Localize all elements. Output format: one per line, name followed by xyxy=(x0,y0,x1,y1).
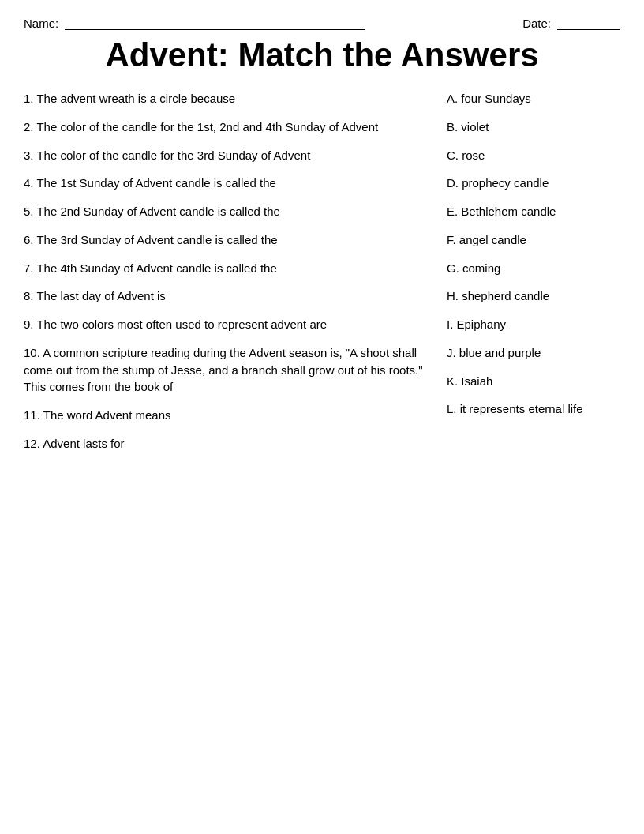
answer-item: D. prophecy candle xyxy=(447,175,620,192)
answer-item: H. shepherd candle xyxy=(447,287,620,305)
question-item: 9. The two colors most often used to rep… xyxy=(24,316,431,333)
question-item: 8. The last day of Advent is xyxy=(24,287,431,305)
date-label: Date: xyxy=(522,17,551,30)
name-input-line xyxy=(65,16,365,30)
answer-item: L. it represents eternal life xyxy=(447,400,620,418)
question-item: 2. The color of the candle for the 1st, … xyxy=(24,118,431,136)
question-item: 6. The 3rd Sunday of Advent candle is ca… xyxy=(24,231,431,249)
question-item: 5. The 2nd Sunday of Advent candle is ca… xyxy=(24,203,431,220)
answer-item: K. Isaiah xyxy=(447,373,620,390)
answer-item: E. Bethlehem candle xyxy=(447,203,620,220)
answer-item: F. angel candle xyxy=(447,231,620,249)
date-input-line xyxy=(557,16,620,30)
question-item: 10. A common scripture reading during th… xyxy=(24,344,431,396)
questions-column: 1. The advent wreath is a circle because… xyxy=(24,90,447,464)
answer-item: B. violet xyxy=(447,118,620,136)
answer-item: A. four Sundays xyxy=(447,90,620,107)
answers-column: A. four SundaysB. violetC. roseD. prophe… xyxy=(447,90,620,464)
answer-item: I. Epiphany xyxy=(447,316,620,333)
question-item: 3. The color of the candle for the 3rd S… xyxy=(24,147,431,164)
question-item: 12. Advent lasts for xyxy=(24,435,431,453)
question-item: 11. The word Advent means xyxy=(24,407,431,424)
answer-item: G. coming xyxy=(447,260,620,277)
question-item: 7. The 4th Sunday of Advent candle is ca… xyxy=(24,260,431,277)
answer-item: J. blue and purple xyxy=(447,344,620,362)
question-item: 4. The 1st Sunday of Advent candle is ca… xyxy=(24,175,431,192)
name-label: Name: xyxy=(24,17,58,30)
question-item: 1. The advent wreath is a circle because xyxy=(24,90,431,107)
answer-item: C. rose xyxy=(447,147,620,164)
page-title: Advent: Match the Answers xyxy=(24,36,620,74)
